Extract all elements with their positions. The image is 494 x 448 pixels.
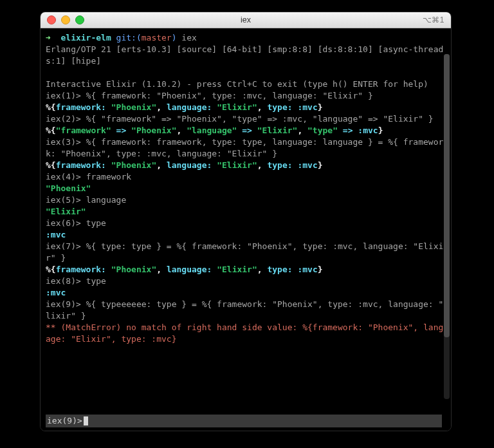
out2-k3: "type"	[307, 126, 338, 135]
iex-input-2: %{ "framework" => "Phoenix", "type" => :…	[86, 114, 434, 124]
out3-s2: ,	[257, 160, 268, 170]
out1-v3: :mvc	[293, 102, 318, 112]
git-close: )	[172, 33, 177, 42]
iex-prompt-7: iex(7)>	[46, 241, 86, 251]
out3-k1: framework:	[56, 160, 106, 170]
minimize-icon[interactable]	[61, 15, 70, 24]
out2-a2: =>	[237, 126, 257, 135]
out3-k3: type:	[267, 160, 292, 170]
pane-indicator: ⌥⌘1	[423, 12, 444, 28]
out1-close: }	[318, 102, 323, 112]
out2-k2: "language"	[187, 126, 237, 135]
out3-s1: ,	[156, 160, 167, 170]
out7-open: %{	[46, 265, 56, 274]
out7-close: }	[318, 265, 323, 274]
terminal-body[interactable]: ➜ elixir-elm git:(master) iex Erlang/OTP…	[41, 28, 451, 431]
scroll-thumb[interactable]	[444, 54, 450, 337]
cwd: elixir-elm	[60, 33, 111, 42]
out7-v1: "Phoenix"	[106, 265, 156, 274]
out7-s2: ,	[257, 265, 268, 274]
out7-v3: :mvc	[293, 265, 318, 274]
out2-k1: "framework"	[56, 126, 111, 135]
close-icon[interactable]	[47, 15, 56, 24]
out7-v2: "Elixir"	[212, 265, 257, 274]
terminal-content: ➜ elixir-elm git:(master) iex Erlang/OTP…	[46, 32, 450, 345]
out2-s1: ,	[177, 126, 187, 135]
iex-input-9: %{ typeeeeee: type } = %{ framework: "Ph…	[46, 299, 448, 321]
out7-k1: framework:	[56, 265, 106, 274]
out1-v1: "Phoenix"	[106, 102, 156, 112]
iex-prompt-1: iex(1)>	[46, 91, 86, 100]
git-open: git:(	[111, 33, 142, 42]
iex-input-3: %{ framework: framework, type: type, lan…	[46, 137, 443, 158]
iex-prompt-5: iex(5)>	[46, 195, 86, 205]
terminal-window: iex ⌥⌘1 ➜ elixir-elm git:(master) iex Er…	[40, 12, 452, 431]
zoom-icon[interactable]	[75, 15, 84, 24]
iex-output-5: "Elixir"	[46, 207, 86, 216]
iex-banner: Interactive Elixir (1.10.2) - press Ctrl…	[46, 79, 428, 89]
footer-prompt: iex(9)>	[47, 415, 82, 427]
out3-open: %{	[46, 160, 56, 170]
out2-v1: "Phoenix"	[131, 126, 176, 135]
out1-s2: ,	[257, 102, 268, 112]
iex-prompt-4: iex(4)>	[46, 172, 86, 182]
out1-k1: framework:	[56, 102, 106, 112]
iex-input-1: %{ framework: "Phoenix", type: :mvc, lan…	[86, 91, 373, 100]
out3-k2: language:	[167, 160, 212, 170]
iex-input-8: type	[86, 276, 106, 286]
iex-prompt-9: iex(9)>	[46, 299, 86, 309]
out2-a1: =>	[111, 126, 131, 135]
erlang-banner: Erlang/OTP 21 [erts-10.3] [source] [64-b…	[46, 44, 443, 66]
scrollbar[interactable]	[444, 54, 450, 399]
iex-input-7: %{ type: type } = %{ framework: "Phoenix…	[46, 241, 443, 263]
iex-prompt-2: iex(2)>	[46, 114, 86, 124]
iex-output-8: :mvc	[46, 288, 66, 297]
out3-v2: "Elixir"	[212, 160, 257, 170]
input-line[interactable]: iex(9)>	[46, 415, 442, 427]
iex-input-6: type	[86, 218, 106, 228]
out2-v2: "Elixir"	[257, 126, 298, 135]
out2-close: }	[378, 126, 383, 135]
out1-s1: ,	[156, 102, 167, 112]
out2-s2: ,	[297, 126, 307, 135]
out2-v3: :mvc	[358, 126, 378, 135]
iex-output-4: "Phoenix"	[46, 183, 91, 193]
out7-k3: type:	[267, 265, 292, 274]
out3-v3: :mvc	[293, 160, 318, 170]
command: iex	[177, 33, 197, 42]
iex-prompt-8: iex(8)>	[46, 276, 86, 286]
iex-prompt-3: iex(3)>	[46, 137, 86, 147]
iex-prompt-6: iex(6)>	[46, 218, 86, 228]
out1-k3: type:	[267, 102, 292, 112]
git-branch: master	[142, 33, 172, 42]
out3-close: }	[318, 160, 323, 170]
out7-k2: language:	[167, 265, 212, 274]
window-title: iex	[41, 15, 451, 24]
out1-open: %{	[46, 102, 56, 112]
traffic-lights	[47, 15, 84, 24]
iex-input-5: language	[86, 195, 127, 205]
prompt-arrow: ➜	[46, 33, 51, 42]
titlebar[interactable]: iex ⌥⌘1	[41, 12, 451, 28]
out2-open: %{	[46, 126, 56, 135]
out1-k2: language:	[167, 102, 212, 112]
out2-a3: =>	[338, 126, 358, 135]
iex-error-9: ** (MatchError) no match of right hand s…	[46, 322, 448, 344]
iex-output-6: :mvc	[46, 230, 66, 239]
cursor-icon	[84, 416, 88, 425]
iex-input-4: framework	[86, 172, 131, 182]
out3-v1: "Phoenix"	[106, 160, 156, 170]
out1-v2: "Elixir"	[212, 102, 257, 112]
out7-s1: ,	[156, 265, 167, 274]
